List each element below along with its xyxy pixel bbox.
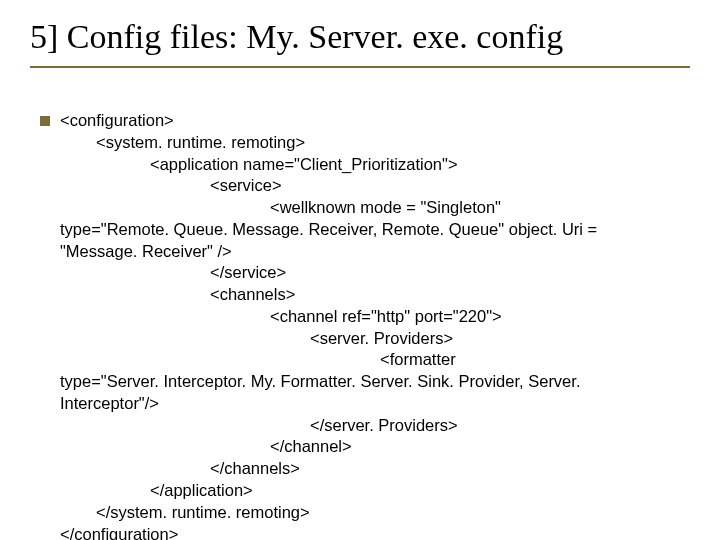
- code-line: <system. runtime. remoting>: [60, 132, 660, 154]
- code-line: </server. Providers>: [60, 415, 660, 437]
- code-line: </application>: [60, 480, 660, 502]
- config-code-block: <configuration> <system. runtime. remoti…: [40, 110, 660, 540]
- bullet-row: <configuration> <system. runtime. remoti…: [40, 110, 660, 540]
- code-line: </channel>: [60, 436, 660, 458]
- code-line: </channels>: [60, 458, 660, 480]
- slide-title: 5] Config files: My. Server. exe. config: [30, 12, 690, 66]
- code-line: </service>: [60, 262, 660, 284]
- code-line: <server. Providers>: [60, 328, 660, 350]
- title-area: 5] Config files: My. Server. exe. config: [30, 12, 690, 68]
- code-line: <wellknown mode = "Singleton": [60, 197, 660, 219]
- code-line: type="Remote. Queue. Message. Receiver, …: [60, 219, 660, 263]
- title-underline: [30, 66, 690, 68]
- code-line: <channels>: [60, 284, 660, 306]
- code-line: </configuration>: [60, 524, 660, 540]
- code-line: type="Server. Interceptor. My. Formatter…: [60, 371, 660, 415]
- code-line: </system. runtime. remoting>: [60, 502, 660, 524]
- code-line: <service>: [60, 175, 660, 197]
- code-line: <channel ref="http" port="220">: [60, 306, 660, 328]
- code-body: <configuration> <system. runtime. remoti…: [60, 110, 660, 540]
- code-line: <configuration>: [60, 110, 660, 132]
- square-bullet-icon: [40, 116, 50, 126]
- code-line: <formatter: [60, 349, 660, 371]
- slide: 5] Config files: My. Server. exe. config…: [0, 0, 720, 540]
- code-line: <application name="Client_Prioritization…: [60, 154, 660, 176]
